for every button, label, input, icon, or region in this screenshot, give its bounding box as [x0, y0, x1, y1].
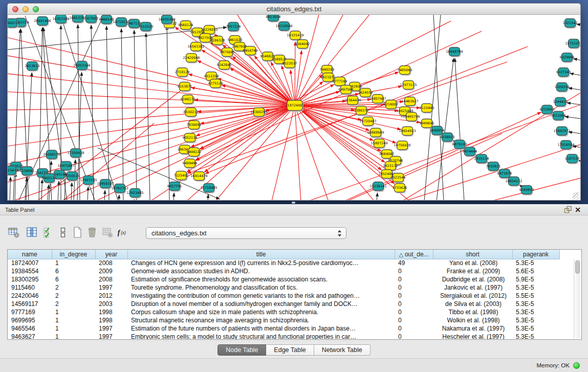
graph-edge[interactable] [295, 51, 301, 105]
graph-node[interactable]: 9329966 [560, 53, 575, 63]
graph-edge[interactable] [208, 194, 208, 200]
graph-edge[interactable] [455, 58, 464, 200]
graph-node[interactable]: 18300295 [250, 108, 267, 118]
graph-node[interactable]: 8813054 [266, 15, 281, 23]
graph-node[interactable]: 1321542 [563, 19, 578, 29]
table-cell[interactable]: Disruption of a novel member of a sodium… [127, 300, 395, 308]
table-row[interactable]: 1830029562008Estimation of significance … [8, 275, 559, 283]
graph-node[interactable]: 9242845 [217, 61, 232, 71]
table-cell[interactable]: Stergiakouli et al. (2012) [433, 292, 512, 300]
delete-table-button[interactable] [101, 226, 114, 239]
tab-edge-table[interactable]: Edge Table [266, 344, 314, 356]
graph-edge[interactable] [173, 193, 174, 200]
table-cell[interactable]: 5.3E-5 [512, 259, 559, 267]
table-cell[interactable]: 0 [395, 292, 433, 300]
table-row[interactable]: 977716911998Corpus callosum shape and si… [8, 308, 559, 316]
table-cell[interactable]: Embryonic stem cells: a model to study s… [127, 333, 395, 340]
table-row[interactable]: 969969511998Structural magnetic resonanc… [8, 316, 559, 324]
table-cell[interactable]: 0 [395, 316, 433, 324]
table-cell[interactable]: Franke et al. (2009) [433, 267, 512, 275]
graph-node[interactable]: 2613613 [25, 62, 40, 72]
graph-node[interactable]: 10353186 [52, 15, 69, 25]
graph-edge[interactable] [295, 42, 295, 105]
table-cell[interactable]: 0 [395, 300, 433, 308]
graph-edge[interactable] [8, 70, 295, 105]
table-row[interactable]: 1872400712008Changes of HCN gene express… [8, 259, 559, 267]
graph-node[interactable]: 1187533 [565, 155, 580, 165]
graph-node[interactable]: 9246172 [181, 95, 195, 105]
graph-node[interactable]: 7857224 [226, 23, 241, 33]
table-cell[interactable]: 5.6E-5 [512, 267, 559, 275]
table-row[interactable]: 946362711997Embryonic stem cells: a mode… [8, 333, 559, 340]
table-cell[interactable]: 1 [52, 333, 95, 340]
graph-node[interactable]: 8530217 [184, 108, 199, 118]
graph-node[interactable]: 16648784 [446, 48, 463, 58]
table-cell[interactable]: 9777169 [8, 308, 52, 316]
graph-node[interactable]: 9245652 [519, 186, 534, 196]
select-rows-button[interactable] [41, 226, 55, 239]
graph-node[interactable]: 15992971 [553, 127, 570, 137]
table-cell[interactable]: 9463627 [8, 333, 52, 340]
graph-node[interactable]: 1250515 [65, 172, 80, 182]
table-cell[interactable]: 18300295 [8, 275, 52, 283]
table-cell[interactable]: Genome-wide association studies in ADHD. [127, 267, 395, 275]
graph-node[interactable]: 9153871 [178, 82, 192, 93]
table-cell[interactable]: 2008 [95, 259, 127, 267]
graph-edge[interactable] [433, 15, 444, 200]
table-cell[interactable]: 2 [52, 283, 95, 292]
graph-node[interactable]: 19218506 [275, 22, 292, 32]
table-row[interactable]: 1456911722003Disruption of a novel membe… [8, 300, 559, 308]
graph-node[interactable]: 1156861 [20, 167, 35, 177]
table-cell[interactable]: 6 [52, 275, 95, 283]
table-cell[interactable]: 9699695 [8, 316, 52, 324]
table-vertical-scrollbar[interactable] [574, 259, 580, 338]
table-row[interactable]: 946554611997Estimation of the future num… [8, 324, 559, 333]
graph-edge[interactable] [196, 105, 295, 136]
table-cell[interactable]: Yano et al. (2008) [433, 259, 512, 267]
graph-node[interactable]: 8522037 [282, 59, 297, 70]
table-cell[interactable]: 2012 [95, 292, 127, 300]
graph-edge[interactable] [574, 59, 580, 62]
table-cell[interactable]: 5.9E-5 [512, 275, 559, 283]
graph-node[interactable]: 1327602 [84, 15, 99, 24]
graph-node[interactable]: 2718129 [175, 68, 190, 78]
table-cell[interactable]: 0 [395, 275, 433, 283]
graph-node[interactable]: 4275120 [208, 79, 223, 90]
graph-edge[interactable] [377, 193, 378, 200]
graph-edge[interactable] [579, 161, 580, 163]
minimize-window-button[interactable] [23, 6, 29, 12]
table-cell[interactable]: 9465546 [8, 324, 52, 333]
table-cell[interactable]: 2008 [95, 275, 127, 283]
graph-node[interactable]: 16543382 [187, 42, 204, 53]
graph-node[interactable]: 19654923 [399, 127, 416, 137]
column-header-out_degree[interactable]: △out_de... [395, 250, 433, 259]
graph-node[interactable]: 15807249 [371, 139, 387, 149]
column-header-year[interactable]: year [95, 250, 127, 259]
table-cell[interactable]: 1998 [95, 316, 127, 324]
table-cell[interactable]: Structural magnetic resonance image aver… [127, 316, 395, 324]
zoom-window-button[interactable] [33, 6, 39, 12]
table-cell[interactable]: Corpus callosum shape and size in male p… [127, 308, 395, 316]
graph-node[interactable]: 20053346 [73, 61, 90, 72]
graph-edge[interactable] [10, 177, 11, 200]
graph-edge[interactable] [295, 105, 308, 200]
table-selector-dropdown[interactable]: citations_edges.txt [146, 227, 346, 239]
graph-edge[interactable] [104, 190, 105, 200]
table-cell[interactable]: 5.3E-5 [512, 333, 559, 340]
show-columns-button[interactable] [25, 226, 38, 239]
table-cell[interactable]: 5.3E-5 [512, 283, 559, 292]
table-cell[interactable]: 1 [52, 259, 95, 267]
table-mode-button[interactable] [7, 226, 20, 239]
graph-edge[interactable] [580, 46, 580, 48]
graph-edge[interactable] [187, 105, 295, 172]
column-header-name[interactable]: name [8, 250, 52, 259]
graph-node[interactable]: 7125402 [174, 171, 189, 182]
table-cell[interactable]: 6 [52, 267, 95, 275]
tab-node-table[interactable]: Node Table [217, 344, 266, 356]
graph-node[interactable]: 9227343 [556, 68, 571, 78]
graph-node[interactable]: 9875685 [220, 48, 235, 58]
table-cell[interactable]: 0 [395, 308, 433, 316]
graph-node[interactable]: 14463627 [401, 97, 418, 107]
tab-network-table[interactable]: Network Table [314, 344, 371, 356]
graph-node[interactable]: 12923485 [126, 189, 143, 199]
